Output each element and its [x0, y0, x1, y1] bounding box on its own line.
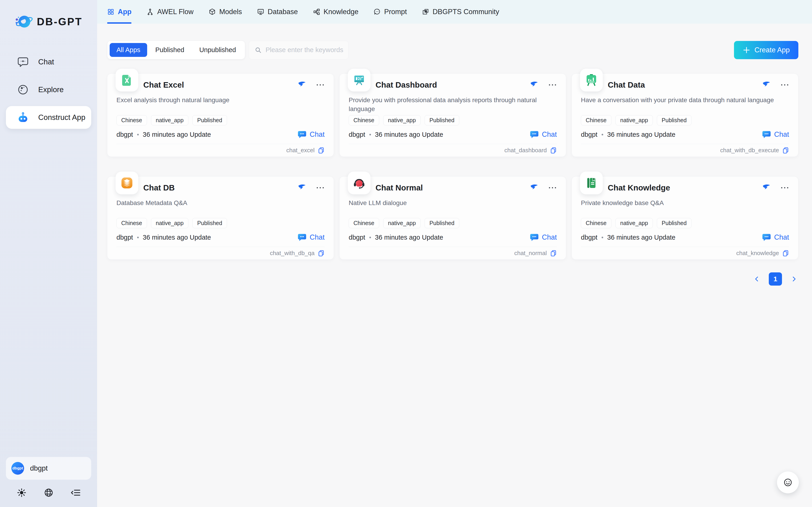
chat-button[interactable]: Chat — [298, 130, 325, 138]
copy-icon[interactable] — [318, 249, 325, 257]
chat-button-label: Chat — [542, 233, 557, 241]
tab-label: Models — [219, 8, 242, 16]
tag-status: Published — [425, 115, 459, 125]
app-card-chat-normal[interactable]: Chat Normal Native LLM dialogue Chinese … — [339, 176, 566, 260]
chat-button[interactable]: Chat — [530, 130, 557, 138]
tab-knowledge[interactable]: Knowledge — [313, 0, 359, 24]
dingtalk-share-icon[interactable] — [762, 81, 770, 89]
copy-icon[interactable] — [782, 249, 789, 257]
tab-label: Prompt — [384, 8, 407, 16]
more-options-icon[interactable] — [316, 84, 325, 86]
sidebar-item-explore[interactable]: Explore — [6, 78, 91, 101]
collapse-sidebar-icon[interactable] — [70, 488, 81, 498]
tab-dbgpts-community[interactable]: DBGPTS Community — [422, 0, 499, 24]
separator-dot — [602, 134, 603, 135]
sidebar-item-label: Chat — [38, 58, 54, 66]
dbgpt-logo-icon — [14, 12, 34, 32]
more-options-icon[interactable] — [316, 186, 325, 189]
filter-published[interactable]: Published — [148, 43, 191, 57]
tab-database[interactable]: SQL Database — [257, 0, 298, 24]
language-globe-icon[interactable] — [44, 488, 54, 498]
sidebar-item-label: Explore — [38, 85, 64, 94]
create-app-label: Create App — [754, 46, 790, 54]
app-card-chat-excel[interactable]: Chat Excel Excel analysis through natura… — [107, 73, 334, 157]
chat-button[interactable]: Chat — [762, 130, 789, 138]
scene-name: chat_excel — [286, 147, 315, 154]
copy-icon[interactable] — [318, 147, 325, 154]
more-options-icon[interactable] — [548, 84, 557, 86]
chat-button-label: Chat — [310, 233, 325, 241]
tag-type: native_app — [616, 115, 653, 125]
separator-dot — [369, 237, 371, 238]
app-card-chat-dashboard[interactable]: Chat Dashboard Provide you with professi… — [339, 73, 566, 157]
more-options-icon[interactable] — [548, 186, 557, 189]
tab-prompt[interactable]: Prompt — [373, 0, 407, 24]
card-title: Chat DB — [143, 183, 175, 192]
card-title: Chat Data — [608, 80, 645, 90]
dingtalk-share-icon[interactable] — [762, 184, 770, 191]
svg-text:SQL: SQL — [259, 10, 263, 12]
create-app-button[interactable]: Create App — [734, 41, 798, 59]
copy-icon[interactable] — [550, 147, 557, 154]
next-page-icon[interactable] — [791, 276, 798, 282]
sidebar-item-construct-app[interactable]: Construct App — [6, 106, 91, 129]
tag-language: Chinese — [581, 218, 611, 228]
feedback-smiley-button[interactable] — [777, 471, 799, 493]
app-card-chat-knowledge[interactable]: Chat Knowledge Private knowledge base Q&… — [572, 176, 798, 260]
chat-button-label: Chat — [774, 233, 789, 241]
dingtalk-share-icon[interactable] — [298, 81, 306, 89]
search-input[interactable] — [265, 46, 351, 54]
tag-language: Chinese — [581, 115, 611, 125]
filter-all-apps[interactable]: All Apps — [110, 43, 147, 57]
card-owner: dbgpt — [581, 131, 598, 138]
tab-models[interactable]: Models — [208, 0, 242, 24]
sidebar-nav: Chat Explore — [0, 51, 97, 129]
copy-icon[interactable] — [782, 147, 789, 154]
sidebar-item-chat[interactable]: Chat — [6, 51, 91, 73]
app-grid-icon — [107, 8, 114, 15]
app-card-grid: Chat Excel Excel analysis through natura… — [107, 73, 798, 260]
tag-language: Chinese — [117, 115, 147, 125]
separator-dot — [602, 237, 603, 238]
chat-button[interactable]: Chat — [298, 233, 325, 241]
copy-icon[interactable] — [550, 249, 557, 257]
card-description: Excel analysis through natural language — [117, 96, 325, 113]
theme-sun-icon[interactable] — [16, 488, 27, 498]
data-board-icon — [580, 69, 603, 92]
chat-button-label: Chat — [774, 130, 789, 138]
community-blocks-icon — [422, 8, 429, 15]
card-owner: dbgpt — [581, 234, 598, 241]
prev-page-icon[interactable] — [753, 276, 760, 282]
dingtalk-share-icon[interactable] — [530, 184, 538, 191]
chat-button[interactable]: Chat — [762, 233, 789, 241]
content-area: All Apps Published Unpublished Cr — [97, 24, 812, 507]
prompt-bubble-icon — [373, 8, 381, 15]
card-owner: dbgpt — [117, 131, 133, 138]
more-options-icon[interactable] — [780, 186, 789, 189]
tab-awel-flow[interactable]: AWEL Flow — [146, 0, 194, 24]
filter-unpublished[interactable]: Unpublished — [192, 43, 243, 57]
chat-button[interactable]: Chat — [530, 233, 557, 241]
dingtalk-share-icon[interactable] — [530, 81, 538, 89]
tag-status: Published — [192, 218, 227, 228]
sql-monitor-icon: SQL — [257, 8, 264, 15]
app-logo: DB-GPT — [0, 0, 97, 32]
card-description: Provide you with professional data analy… — [349, 96, 557, 113]
dingtalk-share-icon[interactable] — [298, 184, 306, 191]
scene-name: chat_dashboard — [504, 147, 547, 154]
page-number[interactable]: 1 — [769, 272, 782, 286]
model-cube-icon — [208, 8, 216, 15]
smiley-icon — [783, 477, 793, 488]
tab-app[interactable]: App — [107, 0, 131, 24]
excel-document-icon — [116, 69, 138, 92]
main-area: App AWEL Flow Models — [97, 0, 812, 507]
scene-name: chat_with_db_qa — [270, 249, 315, 257]
more-options-icon[interactable] — [780, 84, 789, 86]
tag-type: native_app — [383, 218, 421, 228]
app-card-chat-data[interactable]: Chat Data Have a conversation with your … — [572, 73, 798, 157]
user-profile[interactable]: dbgpt dbgpt — [6, 457, 91, 480]
card-description: Have a conversation with your private da… — [581, 96, 789, 113]
card-description: Database Metadata Q&A — [117, 199, 325, 216]
app-card-chat-db[interactable]: Chat DB Database Metadata Q&A Chinese na… — [107, 176, 334, 260]
tag-type: native_app — [151, 218, 188, 228]
